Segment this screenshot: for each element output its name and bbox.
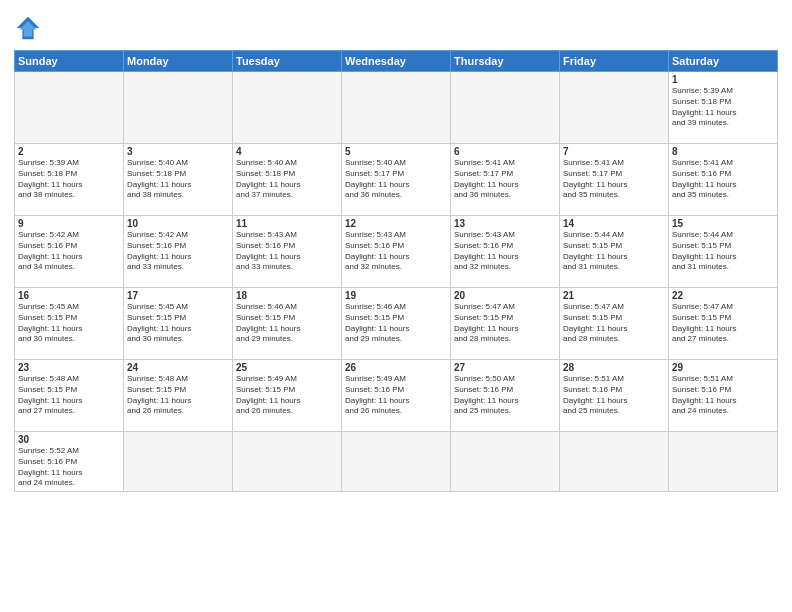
day-info: Sunrise: 5:42 AM Sunset: 5:16 PM Dayligh… <box>18 230 120 273</box>
calendar-cell <box>233 72 342 144</box>
calendar-cell: 25Sunrise: 5:49 AM Sunset: 5:15 PM Dayli… <box>233 360 342 432</box>
calendar-cell: 5Sunrise: 5:40 AM Sunset: 5:17 PM Daylig… <box>342 144 451 216</box>
day-info: Sunrise: 5:41 AM Sunset: 5:16 PM Dayligh… <box>672 158 774 201</box>
day-info: Sunrise: 5:43 AM Sunset: 5:16 PM Dayligh… <box>454 230 556 273</box>
day-number: 24 <box>127 362 229 373</box>
weekday-header: Tuesday <box>233 51 342 72</box>
day-number: 23 <box>18 362 120 373</box>
day-number: 8 <box>672 146 774 157</box>
day-info: Sunrise: 5:45 AM Sunset: 5:15 PM Dayligh… <box>18 302 120 345</box>
weekday-header: Saturday <box>669 51 778 72</box>
day-info: Sunrise: 5:40 AM Sunset: 5:17 PM Dayligh… <box>345 158 447 201</box>
calendar-cell: 8Sunrise: 5:41 AM Sunset: 5:16 PM Daylig… <box>669 144 778 216</box>
day-number: 11 <box>236 218 338 229</box>
day-number: 16 <box>18 290 120 301</box>
weekday-header-row: SundayMondayTuesdayWednesdayThursdayFrid… <box>15 51 778 72</box>
day-info: Sunrise: 5:48 AM Sunset: 5:15 PM Dayligh… <box>18 374 120 417</box>
day-info: Sunrise: 5:43 AM Sunset: 5:16 PM Dayligh… <box>345 230 447 273</box>
day-info: Sunrise: 5:49 AM Sunset: 5:16 PM Dayligh… <box>345 374 447 417</box>
calendar-cell: 11Sunrise: 5:43 AM Sunset: 5:16 PM Dayli… <box>233 216 342 288</box>
calendar-week-row: 9Sunrise: 5:42 AM Sunset: 5:16 PM Daylig… <box>15 216 778 288</box>
day-info: Sunrise: 5:47 AM Sunset: 5:15 PM Dayligh… <box>672 302 774 345</box>
weekday-header: Sunday <box>15 51 124 72</box>
calendar-cell: 10Sunrise: 5:42 AM Sunset: 5:16 PM Dayli… <box>124 216 233 288</box>
day-number: 5 <box>345 146 447 157</box>
calendar-cell <box>15 72 124 144</box>
calendar-cell <box>342 432 451 492</box>
calendar-cell: 21Sunrise: 5:47 AM Sunset: 5:15 PM Dayli… <box>560 288 669 360</box>
calendar-cell <box>342 72 451 144</box>
day-number: 30 <box>18 434 120 445</box>
calendar-table: SundayMondayTuesdayWednesdayThursdayFrid… <box>14 50 778 492</box>
calendar-cell: 24Sunrise: 5:48 AM Sunset: 5:15 PM Dayli… <box>124 360 233 432</box>
day-number: 26 <box>345 362 447 373</box>
calendar-week-row: 2Sunrise: 5:39 AM Sunset: 5:18 PM Daylig… <box>15 144 778 216</box>
calendar-cell: 28Sunrise: 5:51 AM Sunset: 5:16 PM Dayli… <box>560 360 669 432</box>
calendar-week-row: 1Sunrise: 5:39 AM Sunset: 5:18 PM Daylig… <box>15 72 778 144</box>
calendar-cell: 6Sunrise: 5:41 AM Sunset: 5:17 PM Daylig… <box>451 144 560 216</box>
calendar-cell <box>124 72 233 144</box>
calendar-cell: 26Sunrise: 5:49 AM Sunset: 5:16 PM Dayli… <box>342 360 451 432</box>
weekday-header: Friday <box>560 51 669 72</box>
day-number: 29 <box>672 362 774 373</box>
calendar-cell: 9Sunrise: 5:42 AM Sunset: 5:16 PM Daylig… <box>15 216 124 288</box>
day-info: Sunrise: 5:47 AM Sunset: 5:15 PM Dayligh… <box>454 302 556 345</box>
day-number: 7 <box>563 146 665 157</box>
day-number: 6 <box>454 146 556 157</box>
day-info: Sunrise: 5:48 AM Sunset: 5:15 PM Dayligh… <box>127 374 229 417</box>
day-number: 4 <box>236 146 338 157</box>
calendar-cell: 2Sunrise: 5:39 AM Sunset: 5:18 PM Daylig… <box>15 144 124 216</box>
header <box>14 10 778 42</box>
day-info: Sunrise: 5:43 AM Sunset: 5:16 PM Dayligh… <box>236 230 338 273</box>
calendar-cell: 1Sunrise: 5:39 AM Sunset: 5:18 PM Daylig… <box>669 72 778 144</box>
day-info: Sunrise: 5:47 AM Sunset: 5:15 PM Dayligh… <box>563 302 665 345</box>
day-number: 10 <box>127 218 229 229</box>
day-info: Sunrise: 5:50 AM Sunset: 5:16 PM Dayligh… <box>454 374 556 417</box>
calendar-cell: 22Sunrise: 5:47 AM Sunset: 5:15 PM Dayli… <box>669 288 778 360</box>
day-info: Sunrise: 5:40 AM Sunset: 5:18 PM Dayligh… <box>236 158 338 201</box>
logo-icon <box>14 14 42 42</box>
calendar-cell <box>560 432 669 492</box>
day-number: 25 <box>236 362 338 373</box>
page: SundayMondayTuesdayWednesdayThursdayFrid… <box>0 0 792 612</box>
day-number: 2 <box>18 146 120 157</box>
calendar-cell <box>233 432 342 492</box>
day-info: Sunrise: 5:46 AM Sunset: 5:15 PM Dayligh… <box>345 302 447 345</box>
day-number: 27 <box>454 362 556 373</box>
weekday-header: Thursday <box>451 51 560 72</box>
day-number: 9 <box>18 218 120 229</box>
calendar-week-row: 16Sunrise: 5:45 AM Sunset: 5:15 PM Dayli… <box>15 288 778 360</box>
calendar-cell: 14Sunrise: 5:44 AM Sunset: 5:15 PM Dayli… <box>560 216 669 288</box>
day-info: Sunrise: 5:44 AM Sunset: 5:15 PM Dayligh… <box>563 230 665 273</box>
day-number: 21 <box>563 290 665 301</box>
weekday-header: Wednesday <box>342 51 451 72</box>
day-info: Sunrise: 5:46 AM Sunset: 5:15 PM Dayligh… <box>236 302 338 345</box>
day-number: 3 <box>127 146 229 157</box>
calendar-week-row: 23Sunrise: 5:48 AM Sunset: 5:15 PM Dayli… <box>15 360 778 432</box>
calendar-cell: 18Sunrise: 5:46 AM Sunset: 5:15 PM Dayli… <box>233 288 342 360</box>
day-info: Sunrise: 5:41 AM Sunset: 5:17 PM Dayligh… <box>454 158 556 201</box>
calendar-week-row: 30Sunrise: 5:52 AM Sunset: 5:16 PM Dayli… <box>15 432 778 492</box>
day-info: Sunrise: 5:42 AM Sunset: 5:16 PM Dayligh… <box>127 230 229 273</box>
calendar-cell: 4Sunrise: 5:40 AM Sunset: 5:18 PM Daylig… <box>233 144 342 216</box>
day-number: 12 <box>345 218 447 229</box>
day-info: Sunrise: 5:52 AM Sunset: 5:16 PM Dayligh… <box>18 446 120 489</box>
calendar-cell <box>451 432 560 492</box>
weekday-header: Monday <box>124 51 233 72</box>
calendar-cell <box>451 72 560 144</box>
logo <box>14 14 46 42</box>
calendar-cell: 15Sunrise: 5:44 AM Sunset: 5:15 PM Dayli… <box>669 216 778 288</box>
calendar-cell: 29Sunrise: 5:51 AM Sunset: 5:16 PM Dayli… <box>669 360 778 432</box>
day-info: Sunrise: 5:49 AM Sunset: 5:15 PM Dayligh… <box>236 374 338 417</box>
calendar-cell: 19Sunrise: 5:46 AM Sunset: 5:15 PM Dayli… <box>342 288 451 360</box>
day-info: Sunrise: 5:41 AM Sunset: 5:17 PM Dayligh… <box>563 158 665 201</box>
day-number: 14 <box>563 218 665 229</box>
calendar-cell: 27Sunrise: 5:50 AM Sunset: 5:16 PM Dayli… <box>451 360 560 432</box>
calendar-cell: 20Sunrise: 5:47 AM Sunset: 5:15 PM Dayli… <box>451 288 560 360</box>
day-number: 13 <box>454 218 556 229</box>
day-info: Sunrise: 5:40 AM Sunset: 5:18 PM Dayligh… <box>127 158 229 201</box>
day-number: 1 <box>672 74 774 85</box>
day-info: Sunrise: 5:45 AM Sunset: 5:15 PM Dayligh… <box>127 302 229 345</box>
day-info: Sunrise: 5:39 AM Sunset: 5:18 PM Dayligh… <box>18 158 120 201</box>
day-info: Sunrise: 5:51 AM Sunset: 5:16 PM Dayligh… <box>563 374 665 417</box>
